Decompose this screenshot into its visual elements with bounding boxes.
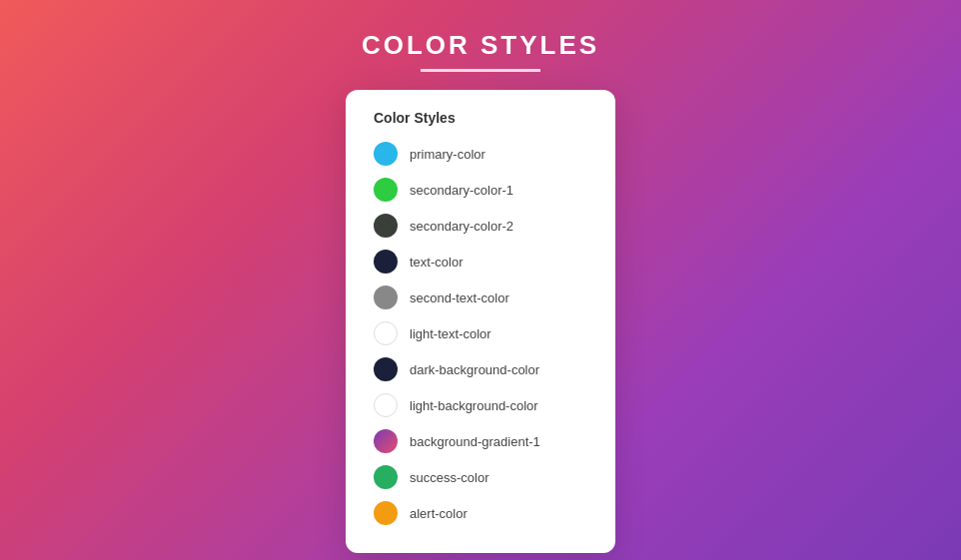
color-label-second-text-color: second-text-color xyxy=(410,290,509,305)
color-dot-light-text-color xyxy=(374,321,398,345)
color-dot-text-color xyxy=(374,250,398,274)
color-item: light-background-color xyxy=(374,393,587,417)
color-item: alert-color xyxy=(374,501,587,525)
color-dot-success-color xyxy=(374,465,398,489)
page-title: COLOR STYLES xyxy=(362,30,599,61)
color-label-light-background-color: light-background-color xyxy=(410,398,538,413)
color-item: success-color xyxy=(374,465,587,489)
color-label-light-text-color: light-text-color xyxy=(410,326,491,341)
color-dot-primary-color xyxy=(374,142,398,166)
color-dot-background-gradient-1 xyxy=(374,429,398,453)
color-item: secondary-color-1 xyxy=(374,178,587,202)
color-label-dark-background-color: dark-background-color xyxy=(410,362,539,377)
color-label-text-color: text-color xyxy=(410,255,463,270)
title-underline xyxy=(421,69,540,72)
color-item: background-gradient-1 xyxy=(374,429,587,453)
color-label-success-color: success-color xyxy=(410,470,488,485)
color-list: primary-colorsecondary-color-1secondary-… xyxy=(374,142,587,525)
card-title: Color Styles xyxy=(374,110,587,126)
color-label-primary-color: primary-color xyxy=(410,147,485,162)
color-item: text-color xyxy=(374,250,587,274)
color-item: light-text-color xyxy=(374,321,587,345)
color-dot-secondary-color-1 xyxy=(374,178,398,202)
color-dot-light-background-color xyxy=(374,393,398,417)
color-dot-dark-background-color xyxy=(374,357,398,381)
color-label-background-gradient-1: background-gradient-1 xyxy=(410,434,540,449)
color-styles-card: Color Styles primary-colorsecondary-colo… xyxy=(346,90,615,553)
color-item: primary-color xyxy=(374,142,587,166)
color-dot-alert-color xyxy=(374,501,398,525)
color-label-secondary-color-2: secondary-color-2 xyxy=(410,219,513,234)
color-dot-secondary-color-2 xyxy=(374,214,398,238)
color-label-secondary-color-1: secondary-color-1 xyxy=(410,183,513,198)
color-label-alert-color: alert-color xyxy=(410,506,468,521)
color-item: dark-background-color xyxy=(374,357,587,381)
color-item: second-text-color xyxy=(374,285,587,309)
color-item: secondary-color-2 xyxy=(374,214,587,238)
color-dot-second-text-color xyxy=(374,285,398,309)
